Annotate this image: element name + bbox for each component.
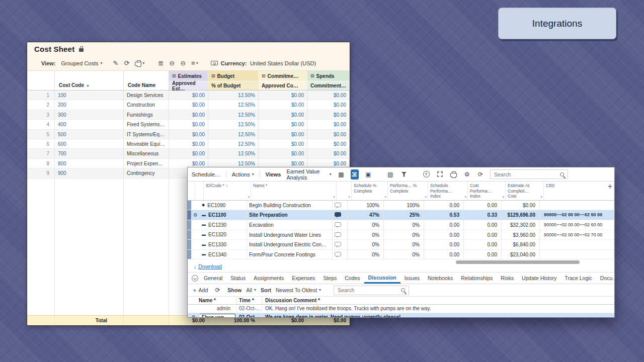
spi-cell[interactable]: 0.53 xyxy=(424,210,464,220)
activity-row[interactable]: ▬EC1230 Excavation 0% 0% 0.00 0.00 $32,3… xyxy=(188,220,614,230)
gear-icon[interactable]: ⚙ xyxy=(193,212,198,218)
refresh-button[interactable]: ⟳ xyxy=(124,59,129,67)
schedule-menu[interactable]: Schedule… xyxy=(192,171,220,177)
performance-pct-column-header[interactable]: Performa… % Complete xyxy=(388,182,428,200)
approved-co-cell[interactable]: $0.00 xyxy=(259,139,307,148)
cost-sheet-row[interactable]: 6 600 Moveable Equipment $0.00 12.50% $0… xyxy=(27,139,350,149)
cbs-cell[interactable]: 90000~~02 00 00~~02 60 00 xyxy=(540,220,614,230)
view-dropdown[interactable]: Grouped Costs ▾ xyxy=(61,60,103,66)
schedule-pct-cell[interactable]: 0% xyxy=(348,250,384,259)
cost-sheet-row[interactable]: 3 300 Furnishings $0.00 12.50% $0.00 $0.… xyxy=(27,110,350,120)
chart-button[interactable]: ▧ xyxy=(386,169,394,179)
cost-code-cell[interactable]: 300 xyxy=(55,110,124,119)
commitment-cell[interactable]: $0.00 xyxy=(307,90,350,100)
tab-documents[interactable]: Docu… xyxy=(596,273,614,284)
schedule-pct-cell[interactable]: 100% xyxy=(348,201,384,210)
tab-trace-logic[interactable]: Trace Logic xyxy=(560,273,596,284)
name-cell-editor[interactable]: Eben van … xyxy=(200,314,235,318)
cpi-column-header[interactable]: Cost Performa… Index xyxy=(468,182,506,200)
commitment-cell[interactable]: $0.00 xyxy=(307,120,350,129)
discussion-column-header[interactable] xyxy=(337,182,352,200)
eac-cell[interactable]: $32,302.00 xyxy=(502,220,540,230)
tab-codes[interactable]: Codes xyxy=(341,273,364,284)
schedule-pct-column-header[interactable]: Schedule % Complete xyxy=(352,182,388,200)
filter-button[interactable] xyxy=(400,169,408,179)
eac-cell[interactable]: $0.00 xyxy=(502,201,540,210)
settings-button[interactable]: ⚙ xyxy=(463,169,471,179)
activity-name[interactable]: Excavation xyxy=(247,220,333,230)
edit-button[interactable]: ✎ xyxy=(113,59,119,67)
performance-pct-cell[interactable]: 25% xyxy=(384,210,424,220)
name-column-header[interactable]: Name * xyxy=(251,182,337,200)
id-code-column-header[interactable]: ID/Code *↕ xyxy=(204,182,251,200)
performance-pct-cell[interactable]: 0% xyxy=(384,230,424,240)
expand-rows-button[interactable]: ≣ xyxy=(158,59,164,67)
activity-id[interactable]: EC1230 xyxy=(208,220,226,230)
tab-relationships[interactable]: Relationships xyxy=(457,273,497,284)
performance-pct-cell[interactable]: 100% xyxy=(384,201,424,210)
approved-estimate-cell[interactable]: $0.00 xyxy=(169,139,208,148)
performance-pct-cell[interactable]: 0% xyxy=(384,220,424,230)
commitments-group-header[interactable]: ⊞ Commitme… xyxy=(259,71,307,81)
activity-name[interactable]: Form/Pour Concrete Footings xyxy=(247,250,333,259)
approved-estimate-cell[interactable]: $0.00 xyxy=(169,90,208,100)
commitment-cell[interactable]: $0.00 xyxy=(307,130,350,139)
print-button[interactable]: ▾ xyxy=(135,60,144,66)
activity-row[interactable]: ◆EC1090 Begin Building Construction 100%… xyxy=(188,201,614,211)
activity-row[interactable]: ▬EC1330 Install Underground Electric Con… xyxy=(188,240,614,250)
discussion-cell[interactable] xyxy=(333,230,348,240)
tab-update-history[interactable]: Update History xyxy=(518,273,560,284)
cbs-cell[interactable] xyxy=(540,250,614,259)
eac-cell[interactable]: $23,040.00 xyxy=(502,250,540,259)
approved-co-cell[interactable]: $0.00 xyxy=(259,149,307,158)
discussion-search-input[interactable] xyxy=(338,287,398,293)
spi-cell[interactable]: 0.00 xyxy=(424,230,464,240)
approved-estimate-cell[interactable]: $0.00 xyxy=(169,130,208,139)
approved-co-header[interactable]: Approved Co… xyxy=(259,81,307,90)
discussion-row-selected[interactable]: ⚙ Eben van … 02-Oct… We are knee deep in… xyxy=(188,313,614,318)
collapse-all-button[interactable]: ⊖ xyxy=(180,59,186,67)
collapse-panel-icon[interactable] xyxy=(192,275,198,282)
search-input[interactable] xyxy=(494,171,557,177)
discussion-cell[interactable] xyxy=(333,220,348,230)
approved-estimate-cell[interactable]: $0.00 xyxy=(169,149,208,158)
spends-group-header[interactable]: ⊞ Spends xyxy=(307,71,349,81)
eac-cell[interactable]: $6,840.00 xyxy=(502,240,540,249)
add-comment-button[interactable]: + Add xyxy=(193,287,208,294)
commitment-cell[interactable]: $0.00 xyxy=(307,100,350,109)
activity-id[interactable]: EC1090 xyxy=(207,201,225,210)
cost-code-cell[interactable]: 800 xyxy=(55,159,124,168)
activity-id[interactable]: EC1100 xyxy=(208,210,226,220)
cost-code-cell[interactable]: 100 xyxy=(55,90,124,100)
collapse-button[interactable]: ⊖ xyxy=(169,59,175,67)
tab-notebooks[interactable]: Notebooks xyxy=(424,273,457,284)
comment-column-header[interactable]: Discussion Comment * xyxy=(262,297,614,304)
performance-pct-cell[interactable]: 0% xyxy=(384,240,424,249)
cost-sheet-row[interactable]: 4 400 Fixed Systems / Equip… $0.00 12.50… xyxy=(27,120,350,129)
activity-name[interactable]: Site Preparation xyxy=(247,210,333,220)
cost-code-cell[interactable]: 700 xyxy=(55,149,124,158)
menu-button[interactable]: ≡▾ xyxy=(191,59,198,67)
approved-estimate-cell[interactable]: $0.00 xyxy=(169,110,208,119)
activity-id[interactable]: EC1340 xyxy=(208,250,226,259)
cost-code-header[interactable]: Cost Code ▲ xyxy=(55,71,124,90)
commitment-header[interactable]: Commitment… xyxy=(307,81,349,90)
pct-of-budget-cell[interactable]: 12.50% xyxy=(208,130,259,139)
fullscreen-button[interactable] xyxy=(436,169,444,179)
tab-status[interactable]: Status xyxy=(226,273,250,284)
print-button[interactable] xyxy=(449,169,457,179)
tab-issues[interactable]: Issues xyxy=(400,273,424,284)
activity-id[interactable]: EC1320 xyxy=(208,230,226,240)
spi-cell[interactable]: 0.00 xyxy=(424,240,464,249)
cbs-cell[interactable]: 90000~~02 00 00~~02 70 00 xyxy=(540,230,614,240)
discussion-search-box[interactable] xyxy=(334,286,409,295)
pct-of-budget-header[interactable]: % of Budget xyxy=(208,81,258,90)
cost-code-cell[interactable]: 400 xyxy=(55,120,124,129)
cost-code-cell[interactable]: 500 xyxy=(55,130,124,139)
approved-estimate-header[interactable]: Approved Est… xyxy=(169,81,208,90)
activity-row-selected[interactable]: ⚙ ▬EC1100 Site Preparation 47% 25% 0.53 … xyxy=(188,210,614,220)
show-filter-dropdown[interactable]: All ▾ xyxy=(246,287,256,293)
approved-co-cell[interactable]: $0.00 xyxy=(259,100,307,109)
approved-estimate-cell[interactable]: $0.00 xyxy=(169,120,208,129)
grid-view-button[interactable]: ▦ xyxy=(337,169,345,179)
